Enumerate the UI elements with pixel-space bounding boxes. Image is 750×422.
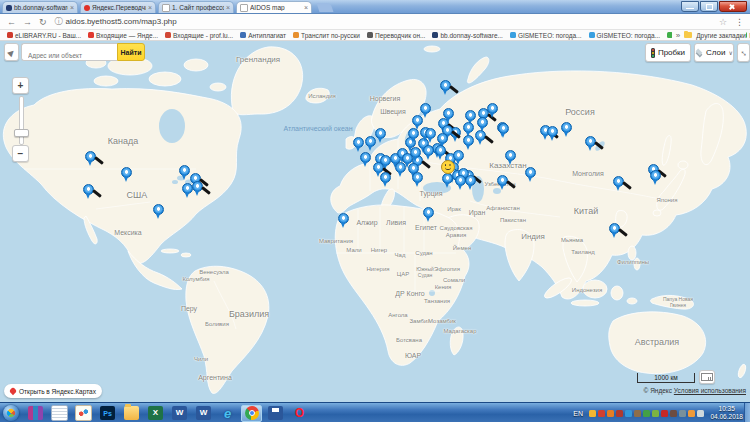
taskbar-app-floppy[interactable] xyxy=(265,405,286,422)
tray-icon-13[interactable] xyxy=(697,410,704,417)
map-pin[interactable] xyxy=(375,128,386,144)
map-pin[interactable] xyxy=(442,173,453,189)
taskbar-app-word-2[interactable]: W xyxy=(193,405,214,422)
tray-icon-7[interactable] xyxy=(643,410,650,417)
taskbar-app-paint[interactable] xyxy=(73,405,94,422)
bookmark-item-4[interactable]: Антиплагиат xyxy=(240,32,286,39)
tray-icon-3[interactable] xyxy=(607,410,614,417)
map-pin[interactable] xyxy=(179,165,190,181)
map-pin[interactable] xyxy=(547,126,558,142)
tab-close-icon[interactable]: × xyxy=(304,5,308,11)
tab-close-icon[interactable]: × xyxy=(148,5,152,11)
tray-icon-5[interactable] xyxy=(625,410,632,417)
tab-close-icon[interactable]: × xyxy=(226,5,230,11)
bookmark-item-8[interactable]: GISMETEO: погода... xyxy=(510,32,582,39)
tray-icon-12[interactable] xyxy=(688,410,695,417)
terms-link[interactable]: Условия использования xyxy=(674,387,746,394)
bookmarks-overflow-icon[interactable]: » xyxy=(676,31,680,40)
browser-menu-icon[interactable]: ⋮ xyxy=(735,17,744,27)
back-icon[interactable]: ← xyxy=(7,17,16,27)
layers-button[interactable]: Слои ∨ xyxy=(694,43,734,62)
map-pin[interactable] xyxy=(338,213,349,229)
bookmark-item-9[interactable]: GISMETEO: погода... xyxy=(589,32,661,39)
map-pin[interactable] xyxy=(498,123,509,139)
map-pin[interactable] xyxy=(525,167,536,183)
maximize-button[interactable] xyxy=(700,1,718,12)
start-button[interactable] xyxy=(3,405,19,421)
open-in-yandex-maps-link[interactable]: Открыть в Яндекс.Картах xyxy=(4,384,102,398)
minimize-button[interactable] xyxy=(681,1,699,12)
tray-icon-1[interactable] xyxy=(589,410,596,417)
address-bar[interactable]: ⓘ aidos.byethost5.com/map3.php xyxy=(55,16,711,27)
bookmark-item-6[interactable]: Переводчик он... xyxy=(367,32,425,39)
taskbar-app-photoshop[interactable]: Ps xyxy=(97,405,118,422)
tab-2[interactable]: Яндекс.Переводчик - сл...× xyxy=(80,1,156,13)
geolocate-button[interactable]: ▶ xyxy=(4,43,19,61)
site-info-icon[interactable]: ⓘ xyxy=(55,16,63,27)
taskbar-app-internet-explorer[interactable]: e xyxy=(217,405,238,422)
map-pin[interactable] xyxy=(192,181,203,197)
map-pin[interactable] xyxy=(153,204,164,220)
map-pin[interactable] xyxy=(353,137,364,153)
zoom-slider-handle[interactable] xyxy=(14,129,29,137)
map-pin[interactable] xyxy=(412,115,423,131)
other-bookmarks-button[interactable]: Другие закладки xyxy=(696,32,746,39)
map-pin[interactable] xyxy=(497,175,508,191)
taskbar-app-folder[interactable] xyxy=(121,405,142,422)
new-tab-button[interactable] xyxy=(317,3,334,12)
map-pin[interactable] xyxy=(609,223,620,239)
map-pin[interactable] xyxy=(475,130,486,146)
bookmark-item-1[interactable]: eLIBRARY.RU - Ваш... xyxy=(7,32,81,39)
map-pin[interactable] xyxy=(83,184,94,200)
tray-icon-9[interactable] xyxy=(661,410,668,417)
tray-icon-4[interactable] xyxy=(616,410,623,417)
tray-icon-2[interactable] xyxy=(598,410,605,417)
map-pin[interactable] xyxy=(395,162,406,178)
traffic-button[interactable]: Пробки xyxy=(645,43,691,62)
taskbar-app-word[interactable]: W xyxy=(169,405,190,422)
tab-4[interactable]: AIDOS map× xyxy=(236,1,312,13)
map-pin[interactable] xyxy=(423,207,434,223)
close-window-button[interactable] xyxy=(719,1,747,12)
map-pin[interactable] xyxy=(585,136,596,152)
map-pin[interactable] xyxy=(561,122,572,138)
map-pin[interactable] xyxy=(650,170,661,186)
map-pin[interactable] xyxy=(412,172,423,188)
zoom-in-button[interactable]: + xyxy=(12,77,29,94)
show-desktop-button[interactable] xyxy=(744,403,750,422)
taskbar-app-chrome[interactable] xyxy=(241,405,262,422)
map-pin[interactable] xyxy=(463,135,474,151)
map-pin[interactable] xyxy=(380,172,391,188)
smiley-marker[interactable] xyxy=(441,160,455,174)
bookmark-item-7[interactable]: bb.donnay-software... xyxy=(432,32,503,39)
map-pin[interactable] xyxy=(613,176,624,192)
map-pin[interactable] xyxy=(505,150,516,166)
map-pin[interactable] xyxy=(425,128,436,144)
taskbar-app-notepad[interactable] xyxy=(49,405,70,422)
map-pin[interactable] xyxy=(487,103,498,119)
bookmark-star-icon[interactable]: ☆ xyxy=(719,17,727,27)
taskbar-clock[interactable]: 10:35 04.06.2018 xyxy=(710,405,743,421)
tray-icon-11[interactable] xyxy=(679,410,686,417)
tab-1[interactable]: bb.donnay-software.com× xyxy=(2,1,78,13)
forward-icon[interactable]: → xyxy=(23,17,32,27)
map-pin[interactable] xyxy=(465,175,476,191)
tab-3[interactable]: 1. Сайт профессора Е.Г...× xyxy=(158,1,234,13)
map-pin[interactable] xyxy=(423,145,434,161)
tray-icon-10[interactable] xyxy=(670,410,677,417)
map-pin[interactable] xyxy=(360,152,371,168)
map-pin[interactable] xyxy=(121,167,132,183)
bookmark-item-3[interactable]: Входящие - prof.lu... xyxy=(165,32,233,39)
taskbar-app-excel[interactable]: X xyxy=(145,405,166,422)
language-indicator[interactable]: EN xyxy=(573,410,583,417)
ruler-button[interactable] xyxy=(699,370,715,384)
fullscreen-button[interactable]: ↕ xyxy=(737,43,750,62)
tray-icon-6[interactable] xyxy=(634,410,641,417)
reload-icon[interactable]: ↻ xyxy=(39,17,47,27)
zoom-out-button[interactable]: − xyxy=(12,145,29,162)
taskbar-app-opera[interactable]: O xyxy=(289,405,310,422)
bookmark-item-2[interactable]: Входящие — Янде... xyxy=(88,32,158,39)
taskbar-app-winrar[interactable] xyxy=(25,405,46,422)
map-search-input[interactable] xyxy=(26,48,120,64)
map-pin[interactable] xyxy=(85,151,96,167)
